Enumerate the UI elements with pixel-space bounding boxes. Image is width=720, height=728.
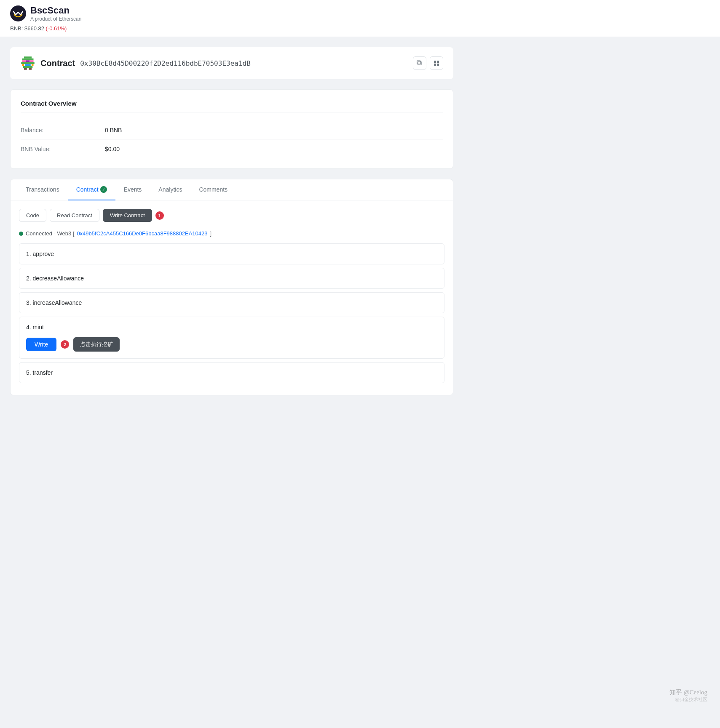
- logo-area: BscScan A product of Etherscan: [10, 5, 710, 22]
- grid-view-button[interactable]: [430, 56, 443, 70]
- function-name-1: 1. approve: [26, 251, 54, 257]
- function-name-3: 3. increaseAllowance: [26, 299, 82, 306]
- write-contract-tab-button[interactable]: Write Contract: [103, 209, 152, 222]
- svg-rect-15: [434, 61, 436, 63]
- tab-events[interactable]: Events: [115, 179, 150, 200]
- logo-sub: A product of Etherscan: [30, 16, 81, 22]
- function-item-4: 4. mint Write 2 点击执行挖矿: [19, 317, 444, 359]
- tab-comments[interactable]: Comments: [190, 179, 236, 200]
- mint-tooltip: 点击执行挖矿: [73, 337, 120, 352]
- function-item-5[interactable]: 5. transfer: [19, 362, 444, 383]
- svg-rect-13: [418, 61, 421, 65]
- function-name-4: 4. mint: [26, 324, 437, 331]
- bnb-value-label: BNB Value:: [21, 146, 105, 152]
- balance-label: Balance:: [21, 127, 105, 133]
- copy-icon: [417, 60, 423, 66]
- contract-header: Contract 0x30BcE8d45D00220f2D2ed116bdbE7…: [10, 47, 453, 79]
- function-item-1[interactable]: 1. approve: [19, 243, 444, 264]
- contract-avatar-icon: [20, 56, 35, 71]
- connection-suffix: ]: [210, 230, 211, 237]
- svg-rect-7: [22, 64, 24, 66]
- bnb-label: BNB:: [10, 25, 23, 32]
- svg-rect-10: [23, 66, 33, 68]
- svg-rect-3: [22, 60, 26, 62]
- svg-rect-1: [24, 56, 32, 59]
- tab-contract[interactable]: Contract ✓: [68, 179, 115, 200]
- read-contract-tab-button[interactable]: Read Contract: [50, 209, 99, 222]
- connected-status-dot: [19, 232, 23, 236]
- contract-address: 0x30BcE8d45D00220f2D2ed116bdbE70503E3ea1…: [80, 59, 251, 67]
- function-list: 1. approve 2. decreaseAllowance 3. incre…: [19, 243, 444, 387]
- bnb-price-value: $660.82: [24, 25, 44, 32]
- function-item-3[interactable]: 3. increaseAllowance: [19, 292, 444, 313]
- svg-rect-8: [25, 64, 31, 66]
- top-bar: BscScan A product of Etherscan BNB: $660…: [0, 0, 720, 37]
- function-name-2: 2. decreaseAllowance: [26, 275, 84, 282]
- svg-rect-6: [21, 62, 35, 64]
- tab-contract-label: Contract ✓: [76, 186, 107, 193]
- function-name-5: 5. transfer: [26, 369, 53, 376]
- bnb-price-bar: BNB: $660.82 (-0.61%): [10, 25, 710, 32]
- overview-card: Contract Overview Balance: 0 BNB BNB Val…: [10, 89, 453, 169]
- main-content: Contract 0x30BcE8d45D00220f2D2ed116bdbE7…: [0, 37, 463, 405]
- connection-text: Connected - Web3 [: [26, 230, 74, 237]
- header-icons: [413, 56, 443, 70]
- bnb-value-value: $0.00: [105, 146, 120, 152]
- bscscan-logo-icon: [10, 5, 26, 21]
- contract-label: Contract: [40, 59, 75, 68]
- bnb-change: (-0.61%): [46, 25, 67, 32]
- overview-title: Contract Overview: [21, 100, 443, 112]
- logo-text: BscScan A product of Etherscan: [30, 5, 81, 22]
- connected-address-link[interactable]: 0x49b5fC2cA455C166De0F6bcaa8F988802EA104…: [77, 230, 207, 237]
- tab-content: Code Read Contract Write Contract 1 Conn…: [11, 200, 453, 395]
- mint-badge: 2: [61, 340, 69, 349]
- tab-transactions[interactable]: Transactions: [17, 179, 68, 200]
- svg-rect-17: [434, 64, 436, 66]
- function-actions-4: Write 2 点击执行挖矿: [26, 337, 437, 352]
- svg-rect-18: [437, 64, 439, 66]
- tab-analytics[interactable]: Analytics: [150, 179, 190, 200]
- code-tab-button[interactable]: Code: [19, 209, 46, 222]
- logo-name: BscScan: [30, 5, 81, 16]
- tabs-header: Transactions Contract ✓ Events Analytics…: [11, 179, 453, 200]
- svg-rect-12: [29, 68, 32, 70]
- svg-rect-14: [417, 61, 420, 64]
- write-button[interactable]: Write: [26, 338, 56, 351]
- svg-rect-16: [437, 61, 439, 63]
- copy-address-button[interactable]: [413, 56, 426, 70]
- tabs-container: Transactions Contract ✓ Events Analytics…: [10, 179, 453, 395]
- connection-status: Connected - Web3 [ 0x49b5fC2cA455C166De0…: [19, 230, 444, 237]
- svg-rect-9: [32, 64, 34, 66]
- svg-point-0: [10, 5, 26, 21]
- verified-check-icon: ✓: [100, 186, 107, 193]
- function-item-2[interactable]: 2. decreaseAllowance: [19, 268, 444, 289]
- svg-rect-4: [26, 60, 30, 62]
- balance-row: Balance: 0 BNB: [21, 121, 443, 140]
- bnb-value-row: BNB Value: $0.00: [21, 140, 443, 158]
- svg-rect-11: [24, 68, 27, 70]
- balance-value: 0 BNB: [105, 127, 122, 133]
- write-contract-badge: 1: [155, 211, 164, 220]
- svg-rect-5: [30, 60, 34, 62]
- grid-icon: [434, 60, 439, 66]
- sub-tabs: Code Read Contract Write Contract 1: [19, 209, 444, 222]
- svg-rect-2: [22, 59, 34, 61]
